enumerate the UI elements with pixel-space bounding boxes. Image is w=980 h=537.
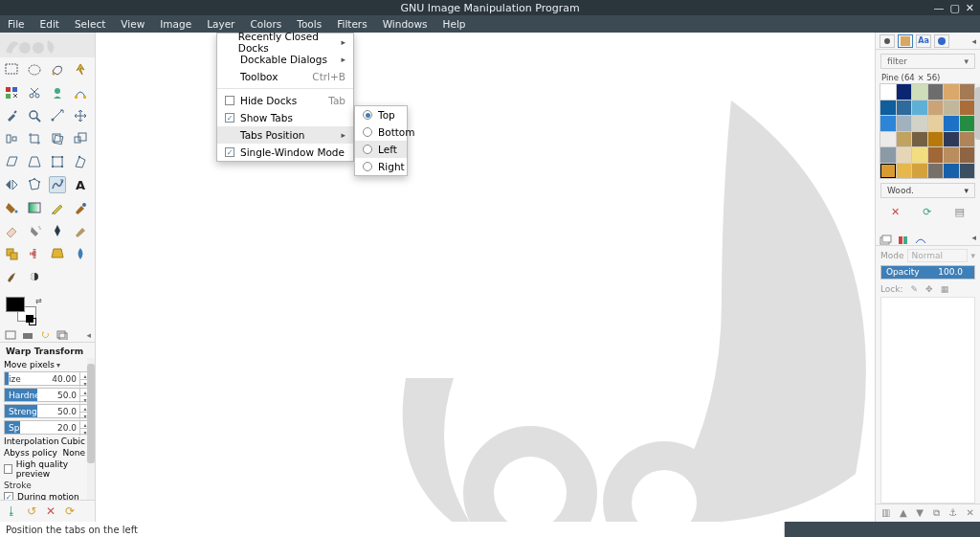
- tool-move[interactable]: [72, 107, 89, 124]
- tool-measure[interactable]: [49, 107, 66, 124]
- pattern-swatch[interactable]: [928, 164, 944, 179]
- pattern-swatch[interactable]: [897, 147, 912, 163]
- tool-eraser[interactable]: [3, 222, 20, 239]
- tool-options-menu-icon[interactable]: ◂: [86, 330, 91, 340]
- pattern-swatch[interactable]: [897, 116, 912, 131]
- right-upper-menu-icon[interactable]: ◂: [971, 36, 976, 46]
- tabs-position-top[interactable]: Top: [355, 106, 407, 123]
- tool-smudge[interactable]: [3, 268, 20, 285]
- pattern-swatch[interactable]: [912, 132, 927, 147]
- tool-airbrush[interactable]: [26, 222, 43, 239]
- pattern-swatch[interactable]: [928, 116, 944, 131]
- tool-flip[interactable]: [3, 176, 20, 193]
- tab-patterns[interactable]: [898, 34, 913, 48]
- tab-history[interactable]: [934, 34, 949, 48]
- tool-handle-transform[interactable]: [72, 153, 89, 170]
- layer-new-icon[interactable]: ▥: [881, 507, 890, 519]
- pattern-swatch[interactable]: [897, 84, 912, 100]
- pattern-swatch[interactable]: [944, 116, 959, 131]
- tool-rotate[interactable]: [49, 130, 66, 147]
- reset-preset-icon[interactable]: ⟳: [65, 504, 75, 518]
- pattern-swatch[interactable]: [944, 147, 959, 163]
- tool-mypaint[interactable]: [72, 222, 89, 239]
- tab-images[interactable]: [56, 329, 69, 341]
- tab-channels[interactable]: [897, 232, 910, 243]
- layer-up-icon[interactable]: ▲: [900, 507, 907, 519]
- window-close[interactable]: ✕: [966, 2, 974, 14]
- tab-layers[interactable]: [880, 232, 893, 243]
- pattern-swatch[interactable]: [912, 101, 927, 116]
- tool-dodge-burn[interactable]: [26, 268, 43, 285]
- tool-ellipse-select[interactable]: [26, 61, 43, 78]
- lock-pixels-icon[interactable]: ✎: [911, 284, 919, 294]
- pattern-swatch[interactable]: [897, 101, 912, 116]
- tool-fuzzy-select[interactable]: [72, 61, 89, 78]
- reset-colors-icon[interactable]: [29, 318, 36, 325]
- right-lower-menu-icon[interactable]: ◂: [971, 233, 976, 242]
- menu-windows[interactable]: Windows: [375, 18, 435, 30]
- pattern-swatch[interactable]: [960, 132, 975, 147]
- tabs-position-bottom[interactable]: Bottom: [355, 123, 407, 141]
- pattern-swatch[interactable]: [912, 84, 927, 100]
- save-preset-icon[interactable]: ⭳: [6, 504, 17, 518]
- pattern-open-icon[interactable]: ▤: [955, 206, 965, 218]
- tool-bucket-fill[interactable]: [3, 199, 20, 216]
- fg-color[interactable]: [6, 297, 25, 312]
- pattern-swatch[interactable]: [944, 132, 959, 147]
- tab-paths[interactable]: [914, 232, 927, 243]
- menu-tools[interactable]: Tools: [289, 18, 329, 30]
- menu-colors[interactable]: Colors: [242, 18, 289, 30]
- pattern-swatch[interactable]: [928, 147, 944, 163]
- restore-preset-icon[interactable]: ↺: [27, 504, 36, 518]
- menu-view[interactable]: View: [113, 18, 152, 30]
- pattern-swatch[interactable]: [960, 101, 975, 116]
- menu-toolbox[interactable]: ToolboxCtrl+B: [217, 68, 353, 85]
- pattern-swatch[interactable]: [960, 84, 975, 100]
- tool-options-scrollbar[interactable]: [87, 358, 95, 500]
- layer-down-icon[interactable]: ▼: [916, 507, 924, 519]
- tool-pencil[interactable]: [49, 199, 66, 216]
- menu-edit[interactable]: Edit: [33, 18, 67, 30]
- tool-perspective-clone[interactable]: [49, 245, 66, 262]
- tool-crop[interactable]: [26, 130, 43, 147]
- pattern-swatch[interactable]: [928, 132, 944, 147]
- pattern-name-field[interactable]: Wood.▾: [880, 183, 975, 198]
- tool-warp[interactable]: [49, 176, 66, 193]
- tool-paintbrush[interactable]: [72, 199, 89, 216]
- canvas[interactable]: Recently Closed Docks▸ Dockable Dialogs▸…: [96, 33, 875, 522]
- size-slider[interactable]: ize40.00▴▾: [4, 371, 91, 386]
- delete-preset-icon[interactable]: ✕: [46, 504, 56, 518]
- pattern-filter[interactable]: filter▾: [880, 54, 975, 69]
- tab-device-status[interactable]: [21, 329, 34, 341]
- pattern-swatch[interactable]: [928, 84, 944, 100]
- tab-tool-options[interactable]: [4, 329, 17, 341]
- tool-scissors[interactable]: [26, 84, 43, 101]
- pattern-swatch[interactable]: [944, 84, 959, 100]
- menu-dockable-dialogs[interactable]: Dockable Dialogs▸: [217, 51, 353, 68]
- tool-perspective[interactable]: [26, 153, 43, 170]
- pattern-swatch[interactable]: [897, 132, 912, 147]
- menu-filters[interactable]: Filters: [329, 18, 374, 30]
- pattern-swatch[interactable]: [880, 132, 896, 147]
- hardness-slider[interactable]: Hardness50.0▴▾: [4, 388, 91, 402]
- layer-delete-icon[interactable]: ✕: [967, 507, 974, 519]
- menu-hide-docks[interactable]: Hide DocksTab: [217, 92, 353, 109]
- fg-bg-colors[interactable]: ⇄: [6, 297, 44, 325]
- pattern-swatch[interactable]: [880, 116, 896, 131]
- pattern-swatch[interactable]: [912, 147, 927, 163]
- menu-image[interactable]: Image: [152, 18, 199, 30]
- pattern-swatch[interactable]: [880, 147, 896, 163]
- menu-file[interactable]: File: [0, 18, 33, 30]
- blend-mode-select[interactable]: Normal: [907, 249, 969, 262]
- tab-fonts[interactable]: Aa: [916, 34, 931, 48]
- opacity-slider[interactable]: Opacity 100.0: [880, 265, 975, 280]
- window-minimize[interactable]: —: [933, 2, 944, 14]
- tool-heal[interactable]: [26, 245, 43, 262]
- tool-blur[interactable]: [72, 245, 89, 262]
- pattern-swatch[interactable]: [960, 116, 975, 131]
- tool-gradient[interactable]: [26, 199, 43, 216]
- tool-shear[interactable]: [3, 153, 20, 170]
- menu-single-window[interactable]: ✓Single-Window Mode: [217, 144, 353, 161]
- pattern-swatch[interactable]: [912, 116, 927, 131]
- warp-mode-select[interactable]: Move pixels: [4, 360, 91, 369]
